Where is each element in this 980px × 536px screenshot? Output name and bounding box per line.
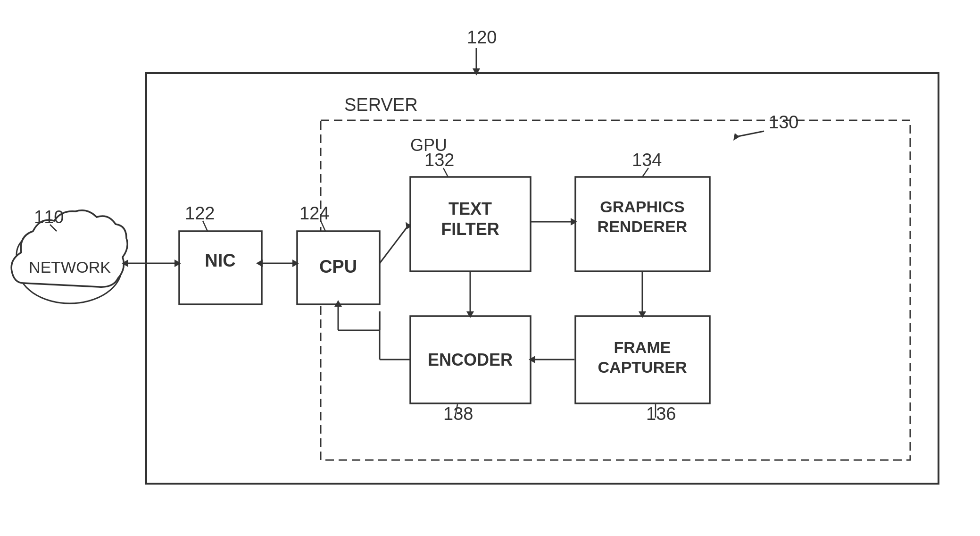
server-label: SERVER	[344, 95, 418, 115]
svg-text:CAPTURER: CAPTURER	[598, 358, 687, 376]
ref-130: 130	[769, 112, 798, 132]
svg-text:CPU: CPU	[319, 257, 357, 276]
ref-134: 134	[632, 150, 662, 170]
ref-132: 132	[424, 150, 454, 170]
ref-136: 136	[646, 404, 676, 424]
svg-text:NETWORK: NETWORK	[29, 258, 111, 276]
svg-text:GRAPHICS: GRAPHICS	[600, 198, 684, 216]
ref-124: 124	[299, 203, 329, 223]
ref-110: 110	[34, 207, 64, 227]
svg-text:ENCODER: ENCODER	[428, 350, 513, 369]
svg-text:RENDERER: RENDERER	[598, 218, 688, 235]
ref-138: 138	[443, 404, 473, 424]
svg-text:FILTER: FILTER	[441, 219, 499, 239]
diagram-container: SERVER 120 GPU 130	[0, 0, 980, 536]
svg-text:TEXT: TEXT	[448, 199, 492, 218]
svg-text:NIC: NIC	[205, 251, 235, 270]
svg-rect-4	[321, 120, 910, 460]
ref-120: 120	[467, 27, 497, 47]
ref-122: 122	[185, 203, 215, 223]
svg-text:FRAME: FRAME	[614, 338, 671, 356]
